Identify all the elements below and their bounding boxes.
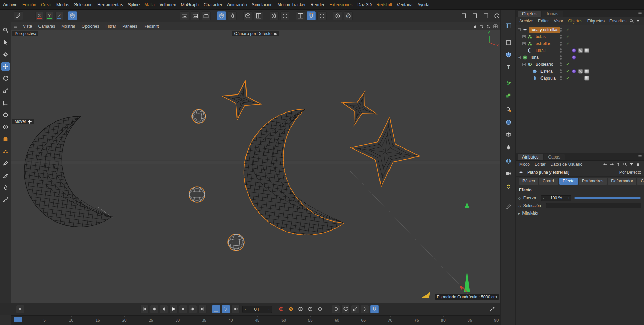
visibility-dots-icon[interactable] <box>560 69 562 73</box>
record-position-toggle[interactable] <box>332 305 340 313</box>
view-label[interactable]: Perspectiva <box>12 31 38 36</box>
record-button[interactable] <box>277 305 285 313</box>
modeling-settings-button[interactable] <box>270 11 279 20</box>
snap-settings-button[interactable] <box>296 11 305 20</box>
panel-menu-icon[interactable] <box>638 11 642 17</box>
knife-tool-button[interactable] <box>1 171 10 180</box>
enabled-check-icon[interactable]: ✓ <box>566 76 570 81</box>
viewport-menu-camaras[interactable]: Cámaras <box>35 24 58 29</box>
simulation-tool-button[interactable] <box>1 123 10 131</box>
menubar-item-ayuda[interactable]: Ayuda <box>415 0 432 10</box>
menubar-item-animacion[interactable]: Animación <box>225 0 249 10</box>
star-wireframe-2[interactable] <box>337 85 382 131</box>
menubar-item-archivo[interactable]: Archivo <box>1 0 20 10</box>
asset-browser-button[interactable] <box>459 11 468 20</box>
texture-tag-icon[interactable] <box>578 69 583 74</box>
axis-modify-button[interactable] <box>1 99 10 107</box>
viewport-menu-opciones[interactable]: Opciones <box>79 24 102 29</box>
am-menu-editar[interactable]: Editar <box>532 162 548 167</box>
coordinate-tool-button[interactable] <box>1 111 10 119</box>
back-arrow-icon[interactable] <box>603 162 607 166</box>
panel-menu-icon[interactable] <box>638 154 642 160</box>
keyframe-diamond-button[interactable] <box>16 305 24 313</box>
record-rotation-toggle[interactable] <box>341 305 350 313</box>
axis-lock-z-button[interactable]: Z <box>55 12 63 20</box>
move-tool-button[interactable] <box>1 62 10 71</box>
recent-tool-button[interactable] <box>14 11 23 20</box>
section-tab-coord[interactable]: Coord. <box>539 178 558 185</box>
keyframe-mode-toggle[interactable] <box>222 305 230 313</box>
sphere-wireframe-3[interactable] <box>228 234 244 251</box>
settings-panel-button[interactable] <box>504 105 513 114</box>
viewport-menu-filtrar[interactable]: Filtrar <box>102 24 119 29</box>
goto-start-button[interactable] <box>140 305 149 313</box>
force-spinner[interactable]: ‹ 100 % › <box>541 195 571 201</box>
record-scale-toggle[interactable] <box>351 305 359 313</box>
up-arrow-icon[interactable] <box>616 162 620 166</box>
section-tab-efecto[interactable]: Efecto <box>559 178 578 185</box>
enabled-check-icon[interactable]: ✓ <box>566 27 570 32</box>
menubar-item-motion-tracker[interactable]: Motion Tracker <box>275 0 308 10</box>
live-selection-tool-button[interactable] <box>1 38 10 46</box>
menubar-item-volumen[interactable]: Volumen <box>157 0 179 10</box>
viewport[interactable]: Y X Perspectiva Cámara por Defecto Mover… <box>11 30 500 303</box>
section-tab-cam[interactable]: Cam <box>637 178 644 185</box>
current-frame-field[interactable]: ‹ 0 F › <box>242 306 272 313</box>
om-menu-visor[interactable]: Visor <box>551 19 565 24</box>
viewport-menu-mostrar[interactable]: Mostrar <box>58 24 79 29</box>
visibility-dots-icon[interactable] <box>560 42 562 46</box>
camera-panel-button[interactable] <box>504 169 513 178</box>
render-view-button[interactable] <box>180 11 189 20</box>
material-swatch[interactable] <box>572 48 576 53</box>
star-wireframe-3[interactable] <box>347 114 424 191</box>
preset-dropdown[interactable]: Por Defecto <box>619 170 641 175</box>
playback-options-button[interactable] <box>316 305 324 313</box>
spinner-down-icon[interactable]: ‹ <box>543 196 544 200</box>
scale-tool-button[interactable] <box>1 87 10 95</box>
light-panel-button[interactable] <box>504 182 513 191</box>
force-slider[interactable] <box>574 197 641 199</box>
snap-magnet-toggle[interactable] <box>370 305 379 313</box>
viewport-menu-vista[interactable]: Vista <box>20 24 35 29</box>
om-search-icon[interactable] <box>629 19 634 23</box>
visibility-dots-icon[interactable] <box>560 48 562 53</box>
expander-icon[interactable]: + <box>522 35 526 38</box>
pen-tool-button[interactable] <box>1 159 10 168</box>
menubar-item-edicion[interactable]: Edición <box>20 0 38 10</box>
visibility-dots-icon[interactable] <box>560 55 562 60</box>
tree-row-esfera[interactable]: −Esfera✓ <box>516 68 644 75</box>
attribute-object-row[interactable]: Plano [luna y estrellas] Por Defecto <box>516 168 644 177</box>
menubar-item-ventana[interactable]: Ventana <box>394 0 415 10</box>
am-tab-atributos[interactable]: Atributos <box>518 154 543 160</box>
gpu-cube-button[interactable] <box>504 50 513 59</box>
plane-handle[interactable] <box>422 292 430 298</box>
fcurve-button[interactable] <box>488 305 497 313</box>
viewport-panel-button[interactable] <box>504 38 513 47</box>
am-tab-capas[interactable]: Capas <box>544 154 565 160</box>
prev-key-button[interactable] <box>150 305 158 313</box>
menubar-item-spline[interactable]: Spline <box>125 0 142 10</box>
typography-panel-button[interactable]: T <box>504 63 513 72</box>
content-browser-button[interactable] <box>470 11 479 20</box>
sphere-wireframe-1[interactable] <box>192 109 206 123</box>
om-tab-tomas[interactable]: Tomas <box>542 11 563 17</box>
paint-panel-button[interactable] <box>504 143 513 152</box>
keyframe-diamond-icon[interactable]: ◇ <box>518 204 521 208</box>
next-key-button[interactable] <box>189 305 197 313</box>
viewport-layout-icon[interactable] <box>493 24 498 28</box>
phong-tag-icon[interactable] <box>584 48 589 53</box>
world-panel-button[interactable] <box>504 156 513 165</box>
axis-lock-y-button[interactable]: Y <box>45 12 53 20</box>
render-settings-button[interactable] <box>202 11 211 20</box>
viewport-menu-paneles[interactable]: Paneles <box>119 24 140 29</box>
am-lock-icon[interactable] <box>636 162 640 166</box>
menubar-item-redshift[interactable]: Redshift <box>374 0 394 10</box>
viewport-clock-icon[interactable] <box>486 24 491 28</box>
material-swatch[interactable] <box>572 69 576 73</box>
selection-input[interactable] <box>546 203 641 208</box>
record-parameter-toggle[interactable] <box>361 305 369 313</box>
interactive-render-button[interactable] <box>217 11 226 20</box>
expand-arrow-icon[interactable]: ▸ <box>518 211 520 216</box>
viewport-lock-icon[interactable] <box>473 24 477 28</box>
texture-mode-button[interactable] <box>254 11 263 20</box>
